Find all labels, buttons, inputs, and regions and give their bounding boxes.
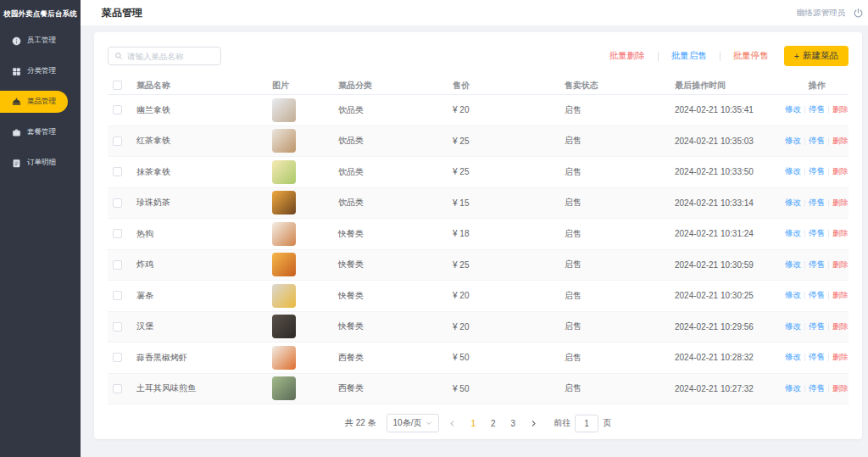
delete-link[interactable]: 删除: [832, 259, 849, 270]
dish-category: 饮品类: [338, 104, 453, 116]
table-row: 汉堡 快餐类 ¥ 20 启售 2024-02-21 10:29:56 修改 停售…: [108, 312, 849, 343]
prev-page-button[interactable]: [444, 420, 460, 427]
dish-name: 幽兰拿铁: [136, 104, 272, 116]
edit-link[interactable]: 修改: [785, 136, 801, 147]
toolbar-divider: [658, 52, 659, 61]
dish-category: 快餐类: [338, 228, 453, 240]
edit-link[interactable]: 修改: [785, 166, 801, 177]
stop-sale-link[interactable]: 停售: [809, 321, 825, 332]
batch-enable-button[interactable]: 批量启售: [670, 50, 709, 62]
page-size-value: 10条/页: [393, 417, 422, 429]
row-checkbox[interactable]: [113, 105, 122, 114]
edit-link[interactable]: 修改: [785, 259, 801, 270]
action-divider: [828, 168, 829, 176]
last-modified-time: 2024-02-21 10:33:50: [675, 167, 785, 176]
dish-name: 土耳其风味煎鱼: [136, 382, 272, 394]
sidebar-item-combos[interactable]: 套餐管理: [0, 117, 81, 148]
goto-unit: 页: [603, 417, 611, 429]
delete-link[interactable]: 删除: [832, 290, 849, 301]
last-modified-time: 2024-02-21 10:33:14: [675, 198, 785, 208]
delete-link[interactable]: 删除: [832, 321, 849, 332]
delete-link[interactable]: 删除: [832, 104, 849, 115]
chevron-right-icon: [530, 420, 537, 427]
logout-power-icon[interactable]: [853, 8, 864, 19]
sidebar-item-label: 套餐管理: [27, 127, 56, 137]
batch-disable-button[interactable]: 批量停售: [732, 50, 771, 62]
page-button-3[interactable]: 3: [506, 419, 521, 428]
dish-management-card: 批量删除 批量启售 批量停售 + 新建菜品: [94, 32, 862, 439]
sidebar-item-dishes[interactable]: 菜品管理: [0, 86, 81, 117]
dish-name: 红茶拿铁: [136, 135, 272, 147]
stop-sale-link[interactable]: 停售: [809, 259, 825, 270]
dish-image: [272, 376, 296, 400]
row-checkbox[interactable]: [113, 260, 122, 270]
row-actions: 修改 停售 删除: [785, 290, 849, 301]
edit-link[interactable]: 修改: [785, 352, 801, 363]
action-divider: [804, 137, 805, 145]
dish-image: [272, 253, 296, 276]
row-checkbox[interactable]: [113, 137, 122, 146]
action-divider: [804, 354, 805, 361]
goto-page-input[interactable]: [575, 415, 598, 432]
sidebar-item-categories[interactable]: 分类管理: [0, 56, 81, 86]
search-input[interactable]: [127, 52, 214, 61]
stop-sale-link[interactable]: 停售: [809, 198, 825, 209]
active-item-pill: 菜品管理: [0, 91, 68, 113]
last-modified-time: 2024-02-21 10:29:56: [675, 322, 785, 332]
last-modified-time: 2024-02-21 10:31:24: [675, 229, 785, 238]
column-header-actions: 操作: [785, 80, 849, 92]
stop-sale-link[interactable]: 停售: [809, 228, 825, 239]
action-divider: [804, 168, 805, 176]
column-header-image: 图片: [272, 80, 338, 92]
edit-link[interactable]: 修改: [785, 198, 801, 209]
dish-price: ¥ 25: [453, 137, 565, 146]
table-row: 珍珠奶茶 饮品类 ¥ 15 启售 2024-02-21 10:33:14 修改 …: [108, 188, 849, 220]
select-all-checkbox[interactable]: [113, 81, 122, 90]
delete-link[interactable]: 删除: [832, 136, 849, 147]
dish-sale-status: 启售: [565, 290, 675, 302]
toolbar-actions: 批量删除 批量启售 批量停售 + 新建菜品: [608, 46, 849, 66]
table-row: 幽兰拿铁 饮品类 ¥ 20 启售 2024-02-21 10:35:41 修改 …: [108, 95, 849, 126]
row-checkbox[interactable]: [113, 353, 122, 362]
dish-sale-status: 启售: [565, 259, 675, 270]
edit-link[interactable]: 修改: [785, 290, 801, 301]
stop-sale-link[interactable]: 停售: [809, 290, 825, 301]
edit-link[interactable]: 修改: [785, 321, 801, 332]
delete-link[interactable]: 删除: [832, 228, 849, 239]
page-size-select[interactable]: 10条/页: [387, 414, 440, 432]
stop-sale-link[interactable]: 停售: [809, 383, 825, 394]
row-checkbox[interactable]: [113, 167, 122, 176]
dish-sale-status: 启售: [565, 352, 675, 364]
batch-delete-button[interactable]: 批量删除: [608, 50, 647, 62]
page-button-1[interactable]: 1: [465, 419, 481, 428]
stop-sale-link[interactable]: 停售: [809, 136, 825, 147]
delete-link[interactable]: 删除: [832, 383, 849, 394]
row-checkbox[interactable]: [113, 229, 122, 238]
edit-link[interactable]: 修改: [785, 383, 801, 394]
last-modified-time: 2024-02-21 10:30:25: [675, 291, 785, 300]
dish-name: 炸鸡: [136, 259, 272, 270]
row-checkbox[interactable]: [113, 198, 122, 208]
sidebar-item-employees[interactable]: 员工管理: [0, 25, 81, 56]
last-modified-time: 2024-02-21 10:35:03: [675, 137, 785, 146]
dish-sale-status: 启售: [565, 135, 675, 147]
dish-image: [272, 315, 296, 338]
dish-sale-status: 启售: [565, 320, 675, 332]
new-dish-button[interactable]: + 新建菜品: [784, 46, 849, 66]
edit-link[interactable]: 修改: [785, 228, 801, 239]
stop-sale-link[interactable]: 停售: [809, 104, 825, 115]
stop-sale-link[interactable]: 停售: [809, 352, 825, 363]
delete-link[interactable]: 删除: [832, 352, 849, 363]
stop-sale-link[interactable]: 停售: [809, 166, 825, 177]
page-button-2[interactable]: 2: [486, 419, 501, 428]
delete-link[interactable]: 删除: [832, 166, 849, 177]
action-divider: [804, 230, 805, 237]
edit-link[interactable]: 修改: [785, 104, 801, 115]
row-checkbox[interactable]: [113, 384, 122, 393]
row-checkbox[interactable]: [113, 322, 122, 332]
row-checkbox[interactable]: [113, 291, 122, 300]
last-modified-time: 2024-02-21 10:35:41: [675, 105, 785, 114]
delete-link[interactable]: 删除: [832, 198, 849, 209]
sidebar-item-orders[interactable]: 订单明细: [0, 148, 81, 178]
next-page-button[interactable]: [526, 420, 542, 427]
